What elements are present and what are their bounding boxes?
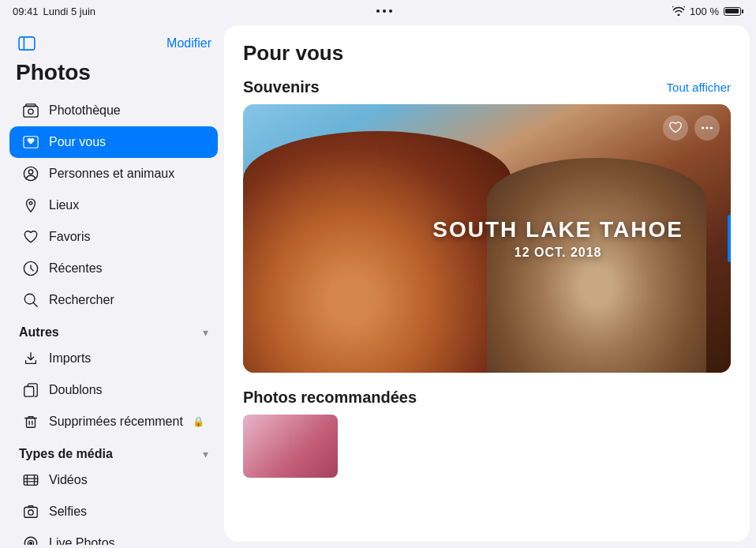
- section-types-label: Types de média: [19, 447, 113, 461]
- svg-point-4: [28, 109, 33, 114]
- app-container: Modifier Photos Photothèque Pour: [3, 22, 753, 545]
- sidebar-item-favoris[interactable]: Favoris: [9, 221, 218, 253]
- sidebar-item-pour-vous-label: Pour vous: [49, 135, 106, 149]
- sidebar-item-favoris-label: Favoris: [49, 230, 90, 244]
- battery-icon: [724, 7, 743, 16]
- sidebar-item-live-photos[interactable]: Live Photos: [9, 527, 218, 545]
- sidebar-item-pour-vous[interactable]: Pour vous: [9, 126, 218, 158]
- edge-indicator: [728, 215, 731, 262]
- search-icon: [22, 291, 39, 309]
- modify-button[interactable]: Modifier: [167, 36, 211, 51]
- svg-point-20: [702, 126, 704, 129]
- sidebar-item-live-photos-label: Live Photos: [49, 536, 115, 545]
- recommended-label: Photos recommandées: [243, 388, 417, 407]
- live-photo-icon: [22, 535, 39, 545]
- section-autres-label: Autres: [19, 325, 59, 340]
- svg-rect-11: [24, 386, 34, 396]
- memory-card[interactable]: SOUTH LAKE TAHOE 12 OCT. 2018: [243, 104, 731, 373]
- svg-point-7: [28, 170, 32, 174]
- svg-rect-0: [19, 37, 35, 50]
- person-circle-icon: [22, 165, 39, 182]
- recommended-photo-thumbnail[interactable]: [243, 415, 338, 478]
- sidebar-item-recentes[interactable]: Récentes: [9, 253, 218, 284]
- dot1: [376, 9, 380, 13]
- see-all-button[interactable]: Tout afficher: [667, 81, 731, 94]
- selfies-icon: [22, 503, 39, 520]
- status-bar-center: [376, 9, 392, 13]
- sidebar-item-recentes-label: Récentes: [49, 261, 103, 276]
- film-icon: [22, 471, 39, 489]
- imports-icon: [22, 350, 39, 367]
- section-header-types[interactable]: Types de média ▾: [3, 437, 224, 464]
- person-right: [487, 158, 706, 373]
- svg-point-22: [710, 126, 713, 129]
- duplicate-icon: [22, 381, 39, 399]
- memory-text-overlay: SOUTH LAKE TAHOE 12 OCT. 2018: [432, 218, 683, 260]
- memory-date: 12 OCT. 2018: [432, 245, 683, 259]
- sidebar-item-personnes[interactable]: Personnes et animaux: [9, 158, 218, 190]
- status-bar-right: 100 %: [672, 6, 743, 17]
- pour-vous-icon: [22, 133, 39, 151]
- svg-rect-3: [26, 104, 36, 107]
- section-header-autres[interactable]: Autres ▾: [3, 316, 224, 343]
- more-button[interactable]: [694, 115, 720, 141]
- heart-icon: [22, 228, 39, 246]
- sidebar-toggle-button[interactable]: [16, 35, 38, 52]
- types-chevron-icon: ▾: [203, 448, 208, 460]
- sidebar-item-rechercher-label: Rechercher: [49, 293, 114, 307]
- svg-rect-14: [24, 508, 37, 518]
- battery-percentage: 100 %: [690, 6, 719, 17]
- sidebar-item-phototheque[interactable]: Photothèque: [9, 95, 218, 126]
- favorite-button[interactable]: [663, 115, 688, 141]
- sidebar-item-videos[interactable]: Vidéos: [9, 464, 218, 496]
- memory-location: SOUTH LAKE TAHOE: [432, 218, 683, 242]
- clock-icon: [22, 260, 39, 277]
- svg-rect-2: [24, 107, 38, 118]
- sidebar-item-doublons[interactable]: Doublons: [9, 374, 218, 406]
- sidebar-item-lieux[interactable]: Lieux: [9, 190, 218, 221]
- svg-point-8: [29, 201, 32, 205]
- status-date: Lundi 5 juin: [43, 6, 96, 17]
- sidebar-item-imports-label: Imports: [49, 351, 91, 366]
- status-time: 09:41: [13, 6, 39, 17]
- sidebar-item-supprimees[interactable]: Supprimées récemment 🔒: [9, 406, 218, 437]
- svg-point-18: [30, 542, 32, 545]
- sidebar-item-selfies-label: Selfies: [49, 505, 87, 519]
- sidebar-item-videos-label: Vidéos: [49, 473, 88, 487]
- lock-icon: 🔒: [193, 416, 204, 427]
- sidebar-item-imports[interactable]: Imports: [9, 343, 218, 374]
- sidebar-header: Modifier: [3, 32, 224, 58]
- dot2: [383, 9, 386, 13]
- memory-actions: [663, 115, 720, 141]
- photo-library-icon: [22, 102, 39, 119]
- sidebar-item-doublons-label: Doublons: [49, 383, 103, 397]
- sidebar-item-personnes-label: Personnes et animaux: [49, 167, 174, 181]
- status-bar-left: 09:41 Lundi 5 juin: [13, 6, 95, 17]
- recommended-header: Photos recommandées: [243, 388, 731, 407]
- sidebar-item-selfies[interactable]: Selfies: [9, 496, 218, 527]
- autres-chevron-icon: ▾: [203, 326, 208, 339]
- svg-rect-13: [24, 475, 37, 486]
- souvenirs-header: Souvenirs Tout afficher: [243, 78, 731, 96]
- souvenirs-label: Souvenirs: [243, 78, 320, 96]
- page-title: Pour vous: [243, 41, 731, 66]
- sidebar-item-lieux-label: Lieux: [49, 198, 79, 212]
- status-bar: 09:41 Lundi 5 juin 100 %: [0, 0, 756, 22]
- sidebar-item-supprimees-label: Supprimées récemment: [49, 415, 183, 429]
- sidebar-item-phototheque-label: Photothèque: [49, 103, 121, 118]
- sidebar: Modifier Photos Photothèque Pour: [3, 22, 224, 545]
- sidebar-item-rechercher[interactable]: Rechercher: [9, 284, 218, 316]
- sidebar-title: Photos: [3, 58, 224, 95]
- svg-point-15: [28, 510, 33, 515]
- svg-rect-12: [27, 418, 36, 427]
- svg-point-21: [705, 126, 708, 129]
- main-content: Pour vous Souvenirs Tout afficher SOUTH …: [224, 25, 750, 542]
- dot3: [389, 9, 392, 13]
- map-pin-icon: [22, 197, 39, 214]
- wifi-icon: [672, 6, 685, 16]
- trash-icon: [22, 413, 39, 430]
